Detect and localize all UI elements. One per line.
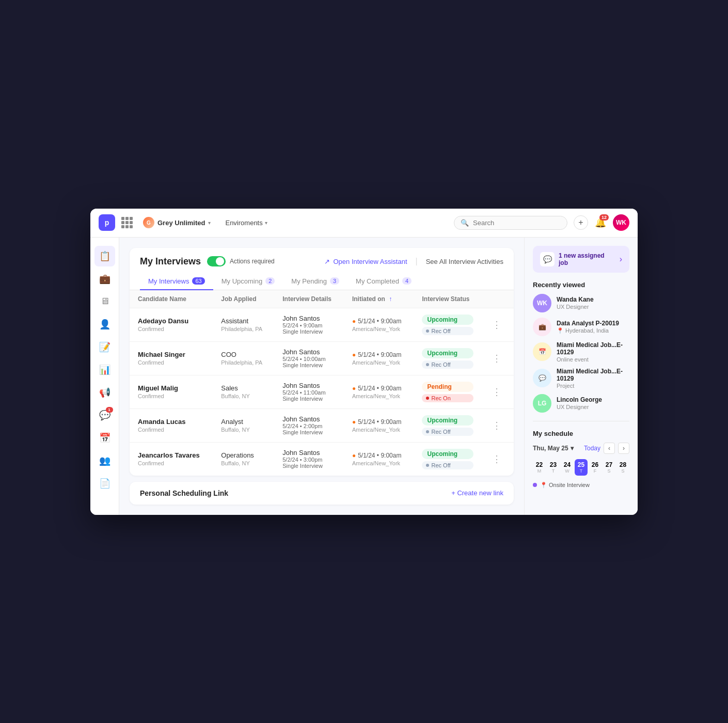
- calendar-day[interactable]: 24 W: [561, 459, 574, 476]
- sidebar-item-interviews[interactable]: 📋: [94, 246, 115, 266]
- initiated-date: ●5/1/24 • 9:00am: [352, 318, 406, 325]
- calendar-day[interactable]: 22 M: [533, 459, 546, 476]
- initiated-date: ●5/1/24 • 9:00am: [352, 351, 406, 358]
- create-link-button[interactable]: + Create new link: [451, 489, 503, 497]
- calendar-day[interactable]: 26 F: [589, 459, 602, 476]
- tab-my-upcoming[interactable]: My Upcoming 2: [213, 273, 283, 290]
- calendar-day[interactable]: 25 T: [575, 459, 588, 476]
- sidebar-item-calendar[interactable]: 📅: [94, 428, 115, 448]
- company-selector[interactable]: G Grey Unlimited ▾: [139, 215, 215, 230]
- recently-viewed-item[interactable]: 💼 Data Analyst P-20019 📍 Hyderabad, Indi…: [533, 318, 629, 336]
- candidate-cell: Michael Singer Confirmed: [130, 341, 213, 375]
- initiated-dot-icon: ●: [352, 385, 356, 392]
- logo-letter: p: [105, 218, 109, 227]
- actions-required-toggle[interactable]: [207, 256, 226, 266]
- table-row: Jeancarlos Tavares Confirmed Operations …: [130, 442, 514, 476]
- interview-type: Single Interview: [282, 463, 336, 469]
- search-bar[interactable]: 🔍: [454, 216, 567, 230]
- initiated-tz: America/New_York: [352, 460, 406, 466]
- open-assistant-link[interactable]: ↗ Open Interview Assistant: [324, 258, 407, 265]
- col-status: Interview Status: [414, 290, 482, 308]
- initiated-tz: America/New_York: [352, 326, 406, 332]
- sidebar-item-docs[interactable]: 📄: [94, 473, 115, 494]
- monitor-icon: 🖥: [100, 296, 109, 307]
- sidebar-item-alerts[interactable]: 📢: [94, 382, 115, 403]
- more-button[interactable]: ⋮: [490, 385, 503, 399]
- job-cell: COO Philadelphia, PA: [213, 341, 274, 375]
- recently-viewed-item[interactable]: WK Wanda Kane UX Designer: [533, 294, 629, 312]
- status-badge: Upcoming: [422, 449, 473, 459]
- col-initiated[interactable]: Initiated on ↑: [344, 290, 414, 308]
- see-all-link[interactable]: See All Interview Activities: [426, 258, 503, 265]
- calendar-day[interactable]: 23 T: [547, 459, 560, 476]
- sidebar-item-reports[interactable]: 📊: [94, 359, 115, 380]
- recently-viewed-item[interactable]: 📅 Miami Medical Job...E-10129 Online eve…: [533, 341, 629, 363]
- status-badge: Upcoming: [422, 415, 473, 426]
- logo-button[interactable]: p: [99, 214, 115, 231]
- tab-my-pending-label: My Pending: [291, 277, 327, 285]
- tab-my-interviews-badge: 63: [192, 277, 204, 285]
- search-icon: 🔍: [461, 219, 469, 227]
- recently-viewed-item[interactable]: 💬 Miami Medical Job...E-10129 Project: [533, 368, 629, 389]
- rv-sub: Online event: [557, 356, 629, 363]
- more-button[interactable]: ⋮: [490, 318, 503, 332]
- cal-day-number: 24: [564, 461, 571, 468]
- more-button[interactable]: ⋮: [490, 351, 503, 366]
- schedule-section: My schedule Thu, May 25 ▾ Today ‹ › 22 M…: [533, 430, 629, 491]
- table-wrap: Candidate Name Job Applied Interview Det…: [130, 290, 514, 476]
- calendar-day[interactable]: 28 S: [616, 459, 629, 476]
- today-label[interactable]: Today: [584, 445, 600, 452]
- tab-my-completed[interactable]: My Completed 4: [347, 273, 420, 290]
- prev-week-button[interactable]: ‹: [604, 443, 615, 454]
- calendar-day[interactable]: 27 S: [603, 459, 615, 476]
- job-title: Assistant: [221, 317, 266, 325]
- more-cell: ⋮: [482, 308, 514, 341]
- search-input[interactable]: [473, 219, 561, 227]
- interview-type: Single Interview: [282, 328, 336, 335]
- more-cell: ⋮: [482, 341, 514, 375]
- candidates-icon: 👤: [99, 319, 110, 330]
- calendar-days: 22 M 23 T 24 W 25 T 26 F 27 S 28 S: [533, 459, 629, 476]
- rv-avatar: 💼: [533, 318, 551, 336]
- add-button[interactable]: +: [574, 215, 588, 230]
- toggle-wrap: Actions required: [207, 256, 275, 266]
- status-wrap: Upcoming Rec Off: [422, 348, 473, 369]
- col-job: Job Applied: [213, 290, 274, 308]
- more-cell: ⋮: [482, 442, 514, 476]
- recently-viewed-item[interactable]: LG Lincoln George UX Designer: [533, 394, 629, 413]
- sidebar-item-messages[interactable]: 💬 1: [94, 405, 115, 426]
- sidebar-item-team[interactable]: 👥: [94, 450, 115, 471]
- interview-date: 5/2/24 • 11:00am: [282, 389, 336, 396]
- user-initials: WK: [616, 219, 626, 226]
- grid-icon[interactable]: [121, 217, 133, 228]
- sidebar-item-candidates[interactable]: 👤: [94, 314, 115, 335]
- rv-avatar: LG: [533, 394, 551, 413]
- user-avatar[interactable]: WK: [613, 214, 629, 231]
- notifications-button[interactable]: 🔔 12: [593, 215, 608, 230]
- tab-my-completed-label: My Completed: [356, 277, 399, 285]
- details-cell: John Santos 5/2/24 • 11:00am Single Inte…: [274, 375, 344, 408]
- tab-my-pending[interactable]: My Pending 3: [283, 273, 347, 290]
- cal-day-label: S: [621, 468, 624, 474]
- notification-badge: 12: [599, 214, 609, 221]
- status-cell: Upcoming Rec Off: [414, 341, 482, 375]
- interview-type: Single Interview: [282, 429, 336, 435]
- next-week-button[interactable]: ›: [618, 443, 629, 454]
- recently-viewed-title: Recently viewed: [533, 281, 629, 289]
- candidate-name: Miguel Malig: [138, 384, 204, 392]
- tab-my-interviews[interactable]: My Interviews 63: [140, 273, 213, 290]
- sidebar-item-jobs[interactable]: 💼: [94, 269, 115, 289]
- sidebar-item-forms[interactable]: 📝: [94, 337, 115, 357]
- candidate-name: Michael Singer: [138, 351, 204, 358]
- assigned-job-card[interactable]: 💬 1 new assigned job ›: [533, 246, 629, 273]
- env-selector[interactable]: Enviroments ▾: [221, 217, 271, 229]
- job-cell: Assistant Philadelphia, PA: [213, 308, 274, 341]
- actions-required-label: Actions required: [230, 258, 275, 265]
- sidebar-item-monitor[interactable]: 🖥: [94, 291, 115, 312]
- more-button[interactable]: ⋮: [490, 452, 503, 466]
- jobs-icon: 💼: [99, 273, 110, 285]
- interview-date: 5/2/24 • 2:00pm: [282, 423, 336, 429]
- more-button[interactable]: ⋮: [490, 418, 503, 433]
- job-cell: Operations Buffalo, NY: [213, 442, 274, 476]
- schedule-month-button[interactable]: Thu, May 25 ▾: [533, 445, 574, 452]
